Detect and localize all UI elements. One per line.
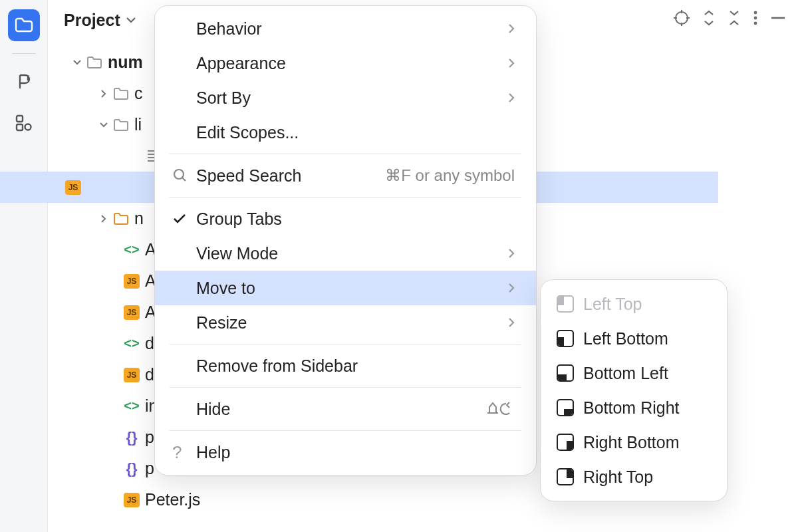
js-file-icon: JS: [122, 274, 141, 289]
submenu-bottom-right[interactable]: Bottom Right: [541, 390, 727, 425]
xml-file-icon: <>: [122, 336, 141, 351]
menu-speed-search[interactable]: Speed Search ⌘F or any symbol: [155, 158, 536, 193]
tool-structure-button[interactable]: [8, 66, 40, 98]
menu-behavior[interactable]: Behavior: [155, 11, 536, 46]
chevron-right-icon: [508, 283, 515, 293]
folder-label: li: [134, 115, 142, 134]
svg-rect-1: [17, 124, 23, 130]
folder-icon: [112, 87, 130, 100]
svg-point-8: [754, 17, 757, 20]
left-tool-strip: [0, 0, 48, 532]
chevron-right-icon: [96, 214, 112, 223]
minimize-icon[interactable]: [770, 16, 786, 20]
folder-label: n: [134, 209, 144, 228]
svg-rect-0: [17, 116, 23, 122]
submenu-left-bottom[interactable]: Left Bottom: [541, 321, 727, 356]
menu-separator: [170, 197, 521, 198]
menu-separator: [170, 387, 521, 388]
xml-file-icon: <>: [122, 242, 141, 257]
position-left-bottom-icon: [557, 330, 574, 347]
position-left-top-icon: [557, 295, 574, 313]
menu-separator: [170, 154, 521, 154]
chevron-right-icon: [508, 23, 515, 34]
svg-point-7: [754, 11, 757, 15]
collapse-all-icon[interactable]: [728, 9, 741, 27]
menu-separator: [170, 344, 521, 344]
chevron-down-icon: [69, 59, 85, 66]
submenu-right-top[interactable]: Right Top: [541, 460, 727, 494]
menu-sort-by[interactable]: Sort By: [155, 80, 536, 115]
move-to-submenu: Left Top Left Bottom Bottom Left Bottom …: [540, 279, 728, 501]
json-file-icon: {}: [122, 460, 141, 477]
js-file-icon: JS: [122, 305, 141, 320]
xml-file-icon: <>: [122, 398, 141, 414]
menu-edit-scopes[interactable]: Edit Scopes...: [155, 115, 536, 150]
folder-icon: [112, 212, 130, 225]
panel-title-label: Project: [64, 11, 120, 30]
tool-project-button[interactable]: [8, 9, 40, 41]
json-file-icon: {}: [122, 429, 141, 446]
menu-separator: [170, 430, 521, 431]
position-right-top-icon: [557, 468, 574, 485]
position-right-bottom-icon: [557, 434, 574, 451]
menu-resize[interactable]: Resize: [155, 305, 536, 340]
target-icon[interactable]: [673, 9, 690, 27]
submenu-left-top: Left Top: [541, 287, 727, 321]
context-menu: Behavior Appearance Sort By Edit Scopes.…: [154, 5, 537, 475]
file-label: p: [145, 428, 154, 447]
chevron-right-icon: [508, 58, 515, 68]
header-actions: [673, 9, 786, 27]
chevron-right-icon: [508, 317, 515, 328]
position-bottom-right-icon: [557, 399, 574, 416]
submenu-bottom-left[interactable]: Bottom Left: [541, 356, 727, 390]
js-file-icon: JS: [64, 180, 82, 195]
panel-title-dropdown[interactable]: Project: [64, 11, 136, 30]
position-bottom-left-icon: [557, 364, 574, 382]
chevron-down-icon: [126, 16, 136, 24]
tool-services-button[interactable]: [8, 107, 40, 139]
menu-group-tabs[interactable]: Group Tabs: [155, 201, 536, 236]
js-file-icon: JS: [122, 368, 141, 382]
svg-point-2: [25, 124, 31, 130]
kebab-icon[interactable]: [753, 9, 758, 27]
chevron-right-icon: [508, 92, 515, 103]
svg-point-6: [676, 12, 688, 24]
folder-icon: [112, 118, 130, 132]
menu-appearance[interactable]: Appearance: [155, 46, 536, 80]
search-icon: [172, 168, 196, 184]
js-file-icon: JS: [122, 493, 141, 507]
expand-collapse-icon[interactable]: [702, 9, 716, 27]
svg-point-10: [174, 170, 184, 179]
folder-label: c: [134, 84, 143, 103]
menu-help[interactable]: ? Help: [155, 435, 536, 469]
shortcut-hint: ⌘F or any symbol: [385, 166, 515, 185]
shortcut-hint: [485, 401, 515, 417]
folder-label: num: [108, 53, 143, 72]
chevron-down-icon: [96, 122, 112, 128]
folder-icon: [85, 56, 104, 69]
checkmark-icon: [172, 213, 196, 225]
menu-move-to[interactable]: Move to: [155, 271, 536, 305]
chevron-right-icon: [508, 248, 515, 259]
svg-point-9: [754, 22, 757, 25]
help-icon: ?: [172, 442, 196, 463]
menu-view-mode[interactable]: View Mode: [155, 236, 536, 271]
submenu-right-bottom[interactable]: Right Bottom: [541, 425, 727, 460]
file-label: Peter.js: [145, 490, 200, 509]
separator: [12, 53, 36, 54]
menu-hide[interactable]: Hide: [155, 392, 536, 426]
chevron-right-icon: [96, 89, 112, 98]
file-label: p: [145, 459, 154, 478]
menu-remove-from-sidebar[interactable]: Remove from Sidebar: [155, 348, 536, 383]
file-label: d: [145, 365, 154, 384]
file-label: d: [145, 334, 154, 353]
